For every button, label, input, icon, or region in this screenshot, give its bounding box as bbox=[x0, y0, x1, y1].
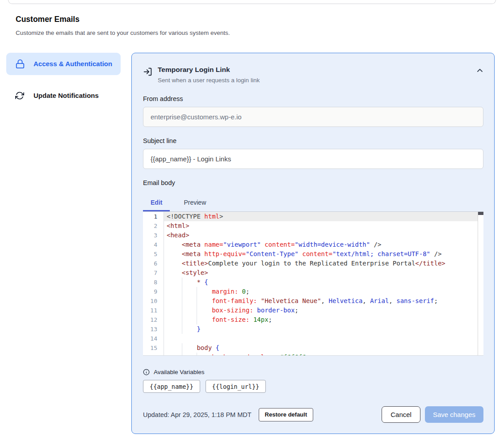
code-text: body { bbox=[164, 343, 483, 353]
code-line: 16 background-color: #f6f6f6; bbox=[143, 353, 483, 356]
line-number: 5 bbox=[143, 249, 164, 259]
code-line: 11 box-sizing: border-box; bbox=[143, 306, 483, 315]
code-text: font-size: 14px; bbox=[164, 315, 483, 324]
line-number: 16 bbox=[143, 353, 164, 356]
line-number: 10 bbox=[143, 296, 164, 306]
line-number: 11 bbox=[143, 306, 164, 315]
code-text: <title>Complete your login to the Replic… bbox=[164, 259, 483, 268]
code-line: 4 <meta name="viewport" content="width=d… bbox=[143, 240, 483, 249]
code-text: <html> bbox=[164, 221, 483, 231]
code-text: } bbox=[164, 324, 483, 334]
line-number: 13 bbox=[143, 324, 164, 334]
line-number: 6 bbox=[143, 259, 164, 268]
variable-chip[interactable]: {{login_url}} bbox=[206, 380, 266, 393]
sidebar-item-label: Access & Authentication bbox=[34, 59, 112, 69]
code-line: 1<!DOCTYPE html> bbox=[143, 212, 483, 221]
code-text: <style> bbox=[164, 268, 483, 278]
code-line: 3<head> bbox=[143, 231, 483, 240]
editor-scrollbar[interactable] bbox=[478, 212, 483, 355]
code-line: 10 font-family: "Helvetica Neue", Helvet… bbox=[143, 296, 483, 306]
line-number: 8 bbox=[143, 278, 164, 287]
code-line: 8 * { bbox=[143, 278, 483, 287]
code-text: * { bbox=[164, 278, 483, 287]
collapse-panel-button[interactable] bbox=[476, 67, 483, 73]
page-title: Customer Emails bbox=[16, 15, 488, 24]
save-changes-button[interactable]: Save changes bbox=[425, 406, 483, 423]
code-editor-content: 1<!DOCTYPE html>2<html>3<head>4 <meta na… bbox=[143, 212, 483, 356]
refresh-icon bbox=[15, 91, 25, 100]
lock-icon bbox=[15, 59, 25, 69]
code-line: 12 font-size: 14px; bbox=[143, 315, 483, 324]
editor-scrollbar-thumb[interactable] bbox=[478, 212, 483, 215]
from-address-input[interactable] bbox=[143, 107, 483, 127]
updated-timestamp: Updated: Apr 29, 2025, 1:18 PM MDT bbox=[143, 411, 252, 418]
from-address-label: From address bbox=[143, 95, 483, 102]
restore-default-button[interactable]: Restore default bbox=[259, 408, 314, 421]
tab-edit[interactable]: Edit bbox=[143, 195, 170, 211]
subject-line-input[interactable] bbox=[143, 149, 483, 169]
code-text: <!DOCTYPE html> bbox=[164, 212, 483, 221]
line-number: 4 bbox=[143, 240, 164, 249]
line-number: 1 bbox=[143, 212, 164, 221]
code-editor[interactable]: 1<!DOCTYPE html>2<html>3<head>4 <meta na… bbox=[143, 212, 483, 356]
panel-title: Temporary Login Link bbox=[158, 65, 471, 75]
email-types-sidebar: Access & AuthenticationUpdate Notificati… bbox=[6, 53, 121, 107]
code-text bbox=[164, 334, 483, 343]
line-number: 3 bbox=[143, 231, 164, 240]
line-number: 15 bbox=[143, 343, 164, 353]
variable-chips: {{app_name}}{{login_url}} bbox=[143, 380, 483, 393]
code-line: 9 margin: 0; bbox=[143, 287, 483, 296]
line-number: 12 bbox=[143, 315, 164, 324]
email-body-label: Email body bbox=[143, 179, 483, 186]
code-text: margin: 0; bbox=[164, 287, 483, 296]
code-text: background-color: #f6f6f6; bbox=[164, 353, 483, 356]
previous-card-edge bbox=[8, 0, 496, 4]
code-text: <meta name="viewport" content="width=dev… bbox=[164, 240, 483, 249]
code-text: <meta http-equiv="Content-Type" content=… bbox=[164, 249, 483, 259]
code-line: 5 <meta http-equiv="Content-Type" conten… bbox=[143, 249, 483, 259]
code-text: box-sizing: border-box; bbox=[164, 306, 483, 315]
line-number: 14 bbox=[143, 334, 164, 343]
cancel-button[interactable]: Cancel bbox=[382, 406, 420, 423]
subject-line-label: Subject line bbox=[143, 137, 483, 144]
line-number: 2 bbox=[143, 221, 164, 231]
code-line: 2<html> bbox=[143, 221, 483, 231]
variable-chip[interactable]: {{app_name}} bbox=[143, 380, 200, 393]
login-icon bbox=[143, 67, 152, 85]
sidebar-item-access-authentication[interactable]: Access & Authentication bbox=[6, 53, 121, 75]
code-line: 13 } bbox=[143, 324, 483, 334]
page-subtitle: Customize the emails that are sent to yo… bbox=[16, 29, 488, 36]
code-text: font-family: "Helvetica Neue", Helvetica… bbox=[164, 296, 483, 306]
line-number: 9 bbox=[143, 287, 164, 296]
code-line: 14 bbox=[143, 334, 483, 343]
sidebar-item-label: Update Notifications bbox=[34, 90, 99, 101]
line-number: 7 bbox=[143, 268, 164, 278]
tab-preview[interactable]: Preview bbox=[176, 195, 214, 211]
sidebar-item-update-notifications[interactable]: Update Notifications bbox=[6, 84, 121, 107]
temporary-login-link-panel: Temporary Login Link Sent when a user re… bbox=[131, 53, 495, 434]
code-text: <head> bbox=[164, 231, 483, 240]
info-icon bbox=[143, 369, 150, 375]
available-variables-label: Available Variables bbox=[154, 369, 205, 375]
email-body-tabs: EditPreview bbox=[143, 195, 483, 212]
code-line: 6 <title>Complete your login to the Repl… bbox=[143, 259, 483, 268]
code-line: 15 body { bbox=[143, 343, 483, 353]
chevron-up-icon bbox=[476, 67, 483, 73]
code-line: 7 <style> bbox=[143, 268, 483, 278]
panel-subtitle: Sent when a user requests a login link bbox=[158, 76, 471, 85]
